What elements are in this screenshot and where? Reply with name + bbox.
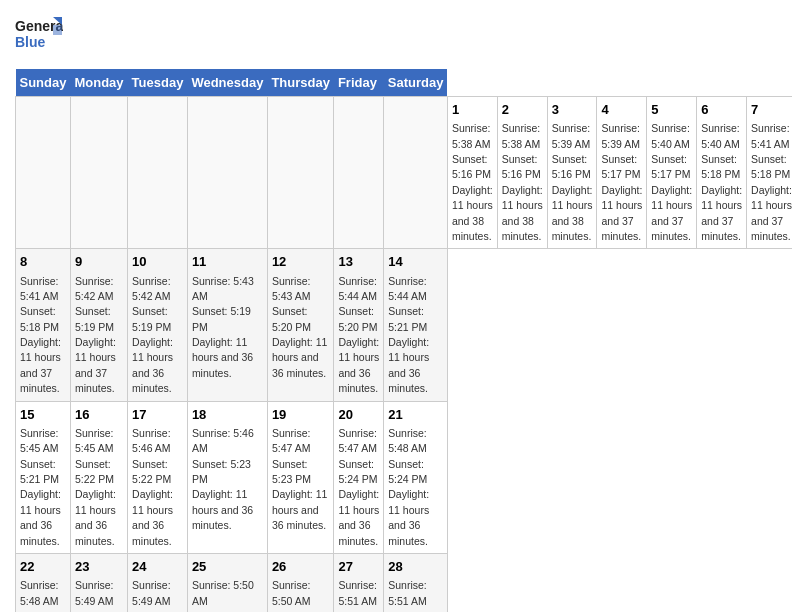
calendar-cell: 3Sunrise: 5:39 AMSunset: 5:16 PMDaylight… [547, 97, 597, 249]
day-number: 10 [132, 253, 183, 271]
calendar-cell [70, 97, 127, 249]
svg-text:Blue: Blue [15, 34, 46, 50]
day-info: Sunrise: 5:50 AMSunset: 5:26 PMDaylight:… [192, 579, 254, 612]
logo: General Blue [15, 15, 63, 59]
day-info: Sunrise: 5:43 AMSunset: 5:20 PMDaylight:… [272, 275, 327, 379]
calendar-week-row: 1Sunrise: 5:38 AMSunset: 5:16 PMDaylight… [16, 97, 793, 249]
day-info: Sunrise: 5:38 AMSunset: 5:16 PMDaylight:… [452, 122, 493, 242]
day-info: Sunrise: 5:45 AMSunset: 5:21 PMDaylight:… [20, 427, 61, 547]
day-info: Sunrise: 5:47 AMSunset: 5:23 PMDaylight:… [272, 427, 327, 531]
day-info: Sunrise: 5:48 AMSunset: 5:24 PMDaylight:… [388, 427, 429, 547]
day-info: Sunrise: 5:40 AMSunset: 5:18 PMDaylight:… [701, 122, 742, 242]
calendar-cell [384, 97, 448, 249]
day-number: 20 [338, 406, 379, 424]
day-number: 16 [75, 406, 123, 424]
day-number: 3 [552, 101, 593, 119]
day-info: Sunrise: 5:45 AMSunset: 5:22 PMDaylight:… [75, 427, 116, 547]
day-number: 27 [338, 558, 379, 576]
day-info: Sunrise: 5:49 AMSunset: 5:25 PMDaylight:… [75, 579, 116, 612]
calendar-cell: 2Sunrise: 5:38 AMSunset: 5:16 PMDaylight… [497, 97, 547, 249]
day-number: 26 [272, 558, 330, 576]
calendar-cell: 26Sunrise: 5:50 AMSunset: 5:27 PMDayligh… [267, 553, 334, 612]
calendar-cell: 10Sunrise: 5:42 AMSunset: 5:19 PMDayligh… [128, 249, 188, 401]
calendar-cell: 19Sunrise: 5:47 AMSunset: 5:23 PMDayligh… [267, 401, 334, 553]
day-number: 18 [192, 406, 263, 424]
column-header-sunday: Sunday [16, 69, 71, 97]
calendar-cell: 8Sunrise: 5:41 AMSunset: 5:18 PMDaylight… [16, 249, 71, 401]
calendar-week-row: 15Sunrise: 5:45 AMSunset: 5:21 PMDayligh… [16, 401, 793, 553]
day-info: Sunrise: 5:44 AMSunset: 5:21 PMDaylight:… [388, 275, 429, 395]
day-number: 17 [132, 406, 183, 424]
day-number: 9 [75, 253, 123, 271]
day-info: Sunrise: 5:48 AMSunset: 5:25 PMDaylight:… [20, 579, 61, 612]
day-number: 4 [601, 101, 642, 119]
calendar-cell: 28Sunrise: 5:51 AMSunset: 5:28 PMDayligh… [384, 553, 448, 612]
logo-svg: General Blue [15, 15, 63, 59]
calendar-cell: 7Sunrise: 5:41 AMSunset: 5:18 PMDaylight… [747, 97, 792, 249]
calendar-cell: 17Sunrise: 5:46 AMSunset: 5:22 PMDayligh… [128, 401, 188, 553]
calendar-cell: 20Sunrise: 5:47 AMSunset: 5:24 PMDayligh… [334, 401, 384, 553]
column-header-thursday: Thursday [267, 69, 334, 97]
calendar-cell: 5Sunrise: 5:40 AMSunset: 5:17 PMDaylight… [647, 97, 697, 249]
day-info: Sunrise: 5:43 AMSunset: 5:19 PMDaylight:… [192, 275, 254, 379]
day-number: 25 [192, 558, 263, 576]
day-number: 13 [338, 253, 379, 271]
day-number: 11 [192, 253, 263, 271]
calendar-cell [16, 97, 71, 249]
day-number: 8 [20, 253, 66, 271]
day-number: 14 [388, 253, 443, 271]
day-number: 21 [388, 406, 443, 424]
day-info: Sunrise: 5:47 AMSunset: 5:24 PMDaylight:… [338, 427, 379, 547]
calendar-cell: 4Sunrise: 5:39 AMSunset: 5:17 PMDaylight… [597, 97, 647, 249]
day-info: Sunrise: 5:42 AMSunset: 5:19 PMDaylight:… [75, 275, 116, 395]
calendar-cell: 21Sunrise: 5:48 AMSunset: 5:24 PMDayligh… [384, 401, 448, 553]
column-header-monday: Monday [70, 69, 127, 97]
day-info: Sunrise: 5:50 AMSunset: 5:27 PMDaylight:… [272, 579, 327, 612]
day-info: Sunrise: 5:44 AMSunset: 5:20 PMDaylight:… [338, 275, 379, 395]
calendar-cell [267, 97, 334, 249]
day-number: 6 [701, 101, 742, 119]
column-header-wednesday: Wednesday [187, 69, 267, 97]
day-number: 12 [272, 253, 330, 271]
day-number: 23 [75, 558, 123, 576]
calendar-header-row: SundayMondayTuesdayWednesdayThursdayFrid… [16, 69, 793, 97]
calendar-cell [187, 97, 267, 249]
calendar-cell: 14Sunrise: 5:44 AMSunset: 5:21 PMDayligh… [384, 249, 448, 401]
day-number: 15 [20, 406, 66, 424]
column-header-saturday: Saturday [384, 69, 448, 97]
calendar-cell: 12Sunrise: 5:43 AMSunset: 5:20 PMDayligh… [267, 249, 334, 401]
calendar-cell: 11Sunrise: 5:43 AMSunset: 5:19 PMDayligh… [187, 249, 267, 401]
day-info: Sunrise: 5:42 AMSunset: 5:19 PMDaylight:… [132, 275, 173, 395]
calendar-cell: 9Sunrise: 5:42 AMSunset: 5:19 PMDaylight… [70, 249, 127, 401]
day-info: Sunrise: 5:41 AMSunset: 5:18 PMDaylight:… [20, 275, 61, 395]
day-number: 22 [20, 558, 66, 576]
calendar-week-row: 8Sunrise: 5:41 AMSunset: 5:18 PMDaylight… [16, 249, 793, 401]
calendar-cell: 6Sunrise: 5:40 AMSunset: 5:18 PMDaylight… [697, 97, 747, 249]
calendar-cell [334, 97, 384, 249]
day-number: 7 [751, 101, 792, 119]
day-info: Sunrise: 5:38 AMSunset: 5:16 PMDaylight:… [502, 122, 543, 242]
day-info: Sunrise: 5:39 AMSunset: 5:17 PMDaylight:… [601, 122, 642, 242]
calendar-cell: 16Sunrise: 5:45 AMSunset: 5:22 PMDayligh… [70, 401, 127, 553]
day-info: Sunrise: 5:51 AMSunset: 5:27 PMDaylight:… [338, 579, 379, 612]
calendar-cell: 25Sunrise: 5:50 AMSunset: 5:26 PMDayligh… [187, 553, 267, 612]
day-info: Sunrise: 5:40 AMSunset: 5:17 PMDaylight:… [651, 122, 692, 242]
calendar-cell: 15Sunrise: 5:45 AMSunset: 5:21 PMDayligh… [16, 401, 71, 553]
calendar-cell: 22Sunrise: 5:48 AMSunset: 5:25 PMDayligh… [16, 553, 71, 612]
day-info: Sunrise: 5:41 AMSunset: 5:18 PMDaylight:… [751, 122, 792, 242]
day-info: Sunrise: 5:51 AMSunset: 5:28 PMDaylight:… [388, 579, 429, 612]
calendar-cell: 27Sunrise: 5:51 AMSunset: 5:27 PMDayligh… [334, 553, 384, 612]
day-number: 2 [502, 101, 543, 119]
column-header-friday: Friday [334, 69, 384, 97]
day-number: 28 [388, 558, 443, 576]
day-number: 5 [651, 101, 692, 119]
day-number: 24 [132, 558, 183, 576]
day-number: 19 [272, 406, 330, 424]
calendar-cell: 24Sunrise: 5:49 AMSunset: 5:26 PMDayligh… [128, 553, 188, 612]
day-number: 1 [452, 101, 493, 119]
svg-marker-3 [53, 25, 62, 35]
day-info: Sunrise: 5:46 AMSunset: 5:23 PMDaylight:… [192, 427, 254, 531]
day-info: Sunrise: 5:46 AMSunset: 5:22 PMDaylight:… [132, 427, 173, 547]
day-info: Sunrise: 5:49 AMSunset: 5:26 PMDaylight:… [132, 579, 173, 612]
calendar-cell: 1Sunrise: 5:38 AMSunset: 5:16 PMDaylight… [447, 97, 497, 249]
